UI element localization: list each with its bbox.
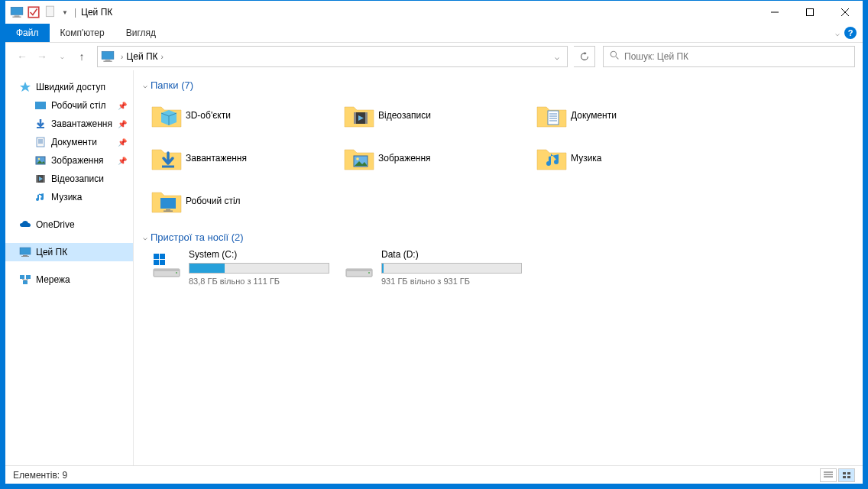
folder-label: Відеозаписи [378, 110, 431, 121]
pc-monitor-icon [10, 5, 24, 19]
svg-rect-63 [847, 476, 850, 478]
sidebar-item-label: Робочий стіл [51, 100, 106, 111]
folder-icon [151, 99, 183, 131]
sidebar-item-documents[interactable]: Документи 📌 [5, 133, 133, 151]
svg-rect-3 [28, 7, 39, 18]
back-button[interactable]: ← [13, 47, 31, 66]
folder-item[interactable]: Завантаження [147, 137, 340, 180]
sidebar-item-videos[interactable]: Відеозаписи [5, 170, 133, 188]
drive-item[interactable]: System (C:)83,8 ГБ вільно з 111 ГБ [147, 246, 340, 289]
svg-rect-10 [105, 60, 111, 61]
svg-rect-45 [166, 209, 170, 211]
onedrive-icon [19, 219, 31, 231]
forward-button[interactable]: → [33, 47, 51, 66]
titlebar: ▼ | Цей ПК [5, 1, 863, 24]
folder-item[interactable]: Відеозаписи [340, 94, 533, 137]
svg-rect-62 [843, 476, 846, 478]
sidebar-item-label: Музика [51, 192, 83, 202]
svg-rect-35 [365, 112, 368, 124]
refresh-button[interactable] [574, 46, 595, 67]
status-bar: Елементів: 9 [5, 465, 863, 484]
quick-access-toolbar: ▼ [5, 5, 70, 19]
svg-rect-2 [12, 17, 21, 18]
titlebar-separator: | [74, 7, 76, 18]
svg-point-21 [38, 158, 40, 160]
folder-icon [151, 185, 183, 217]
svg-rect-55 [346, 269, 372, 271]
svg-rect-14 [35, 102, 46, 109]
folder-item[interactable]: Музика [533, 137, 725, 180]
folder-item[interactable]: 3D-об'єкти [147, 94, 340, 137]
search-input[interactable] [624, 51, 848, 62]
svg-rect-24 [44, 175, 45, 183]
sidebar-item-onedrive[interactable]: OneDrive [5, 215, 133, 234]
drive-info: Data (D:)931 ГБ вільно з 931 ГБ [381, 249, 530, 286]
tab-view[interactable]: Вигляд [115, 24, 167, 42]
svg-rect-53 [160, 260, 165, 265]
sidebar-item-music[interactable]: Музика [5, 188, 133, 206]
svg-line-32 [25, 279, 28, 280]
minimize-button[interactable] [757, 1, 792, 24]
sidebar-item-desktop[interactable]: Робочий стіл 📌 [5, 96, 133, 115]
drive-name: System (C:) [189, 249, 329, 260]
breadcrumb[interactable]: Цей ПК [126, 51, 157, 62]
drive-item[interactable]: Data (D:)931 ГБ вільно з 931 ГБ [340, 246, 533, 289]
svg-rect-52 [154, 260, 159, 265]
help-icon[interactable]: ? [844, 27, 857, 39]
drives-grid: System (C:)83,8 ГБ вільно з 111 ГБData (… [137, 246, 863, 289]
svg-rect-9 [102, 51, 114, 59]
svg-rect-23 [36, 175, 37, 183]
svg-rect-11 [103, 61, 112, 62]
properties-icon[interactable] [27, 5, 40, 19]
content-area: Швидкий доступ Робочий стіл 📌 Завантажен… [5, 70, 863, 465]
navigation-pane: Швидкий доступ Робочий стіл 📌 Завантажен… [5, 70, 134, 465]
up-button[interactable]: ↑ [73, 47, 91, 66]
recent-dropdown-button[interactable]: ⌵ [53, 47, 71, 66]
sidebar-item-label: Документи [51, 137, 97, 147]
sidebar-item-label: Відеозаписи [51, 173, 104, 184]
explorer-window: ▼ | Цей ПК Файл Комп'ютер Вигляд ⌵ ? ← →… [5, 0, 863, 484]
chevron-down-icon[interactable]: ▼ [60, 9, 70, 16]
folder-item[interactable]: Робочий стіл [147, 180, 340, 222]
folder-label: 3D-об'єкти [186, 110, 231, 121]
svg-rect-25 [20, 248, 31, 254]
address-bar[interactable]: › Цей ПК › ⌵ [97, 46, 568, 67]
drive-icon [343, 249, 375, 281]
chevron-right-icon[interactable]: › [121, 53, 123, 61]
drive-free-text: 931 ГБ вільно з 931 ГБ [381, 277, 522, 286]
group-header-drives[interactable]: ⌵ Пристрої та носії (2) [137, 228, 863, 246]
main-pane: ⌵ Папки (7) 3D-об'єктиВідеозаписиДокумен… [134, 70, 863, 465]
network-icon [19, 274, 31, 286]
tab-file[interactable]: Файл [5, 24, 50, 42]
tab-computer[interactable]: Комп'ютер [50, 24, 115, 42]
maximize-button[interactable] [792, 1, 828, 24]
folder-label: Завантаження [186, 153, 247, 164]
sidebar-item-this-pc[interactable]: Цей ПК [5, 243, 133, 261]
folder-item[interactable]: Зображення [340, 137, 533, 180]
search-box[interactable] [603, 46, 855, 67]
sidebar-item-quick-access[interactable]: Швидкий доступ [5, 78, 133, 96]
status-text: Елементів: 9 [13, 470, 67, 481]
svg-rect-48 [154, 269, 180, 271]
download-icon [34, 118, 47, 130]
drive-info: System (C:)83,8 ГБ вільно з 111 ГБ [189, 249, 337, 286]
pictures-icon [34, 154, 47, 167]
svg-point-43 [356, 157, 359, 160]
folder-item[interactable]: Документи [533, 94, 725, 137]
large-icons-view-button[interactable] [838, 468, 855, 482]
group-header-folders[interactable]: ⌵ Папки (7) [137, 76, 863, 94]
details-view-button[interactable] [820, 468, 837, 482]
chevron-right-icon[interactable]: › [161, 53, 164, 61]
sidebar-item-downloads[interactable]: Завантаження 📌 [5, 115, 133, 133]
sidebar-item-network[interactable]: Мережа [5, 270, 133, 289]
group-title: Пристрої та носії (2) [151, 232, 244, 243]
sidebar-item-pictures[interactable]: Зображення 📌 [5, 151, 133, 170]
qat-dropdown-icon[interactable] [44, 5, 57, 19]
address-dropdown-icon[interactable]: ⌵ [550, 53, 564, 61]
close-button[interactable] [828, 1, 863, 24]
ribbon-expand-icon[interactable]: ⌵ [835, 29, 840, 37]
svg-rect-44 [160, 198, 176, 209]
folders-grid: 3D-об'єктиВідеозаписиДокументиЗавантажен… [137, 94, 863, 222]
drive-free-text: 83,8 ГБ вільно з 111 ГБ [189, 277, 329, 286]
svg-rect-0 [11, 7, 23, 15]
